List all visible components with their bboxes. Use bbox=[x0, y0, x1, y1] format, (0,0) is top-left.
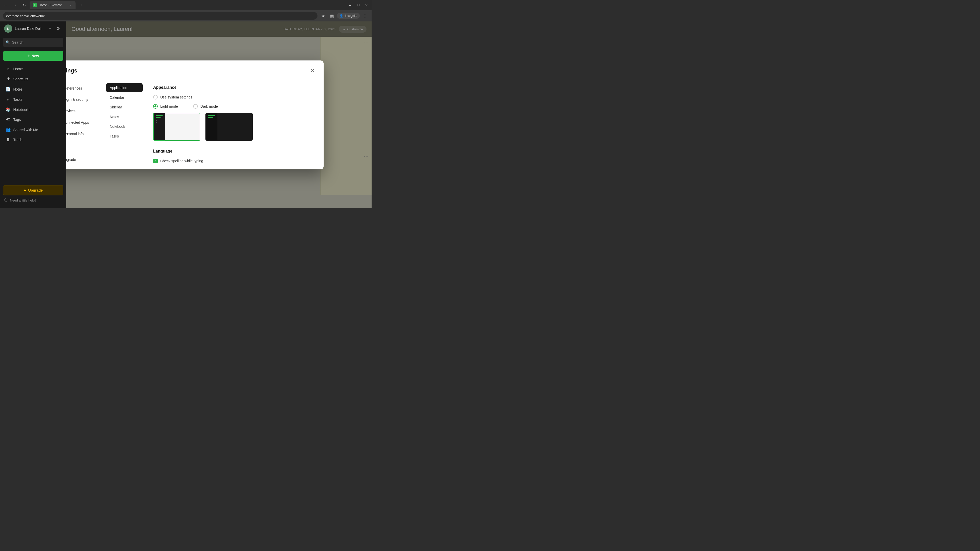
user-name: Lauren Dale Deli bbox=[15, 27, 46, 30]
url-text: evernote.com/client/web#/ bbox=[6, 14, 314, 18]
settings-nav-preferences[interactable]: ⛭ Preferences bbox=[66, 83, 101, 94]
trash-icon: 🗑 bbox=[6, 138, 11, 142]
appearance-section: Appearance Use system settings bbox=[153, 85, 315, 141]
sidebar-item-notebooks[interactable]: 📚 Notebooks bbox=[2, 105, 65, 114]
avatar: L bbox=[4, 24, 12, 33]
sidebar-item-notebooks-label: Notebooks bbox=[13, 108, 30, 112]
sidebar-item-trash[interactable]: 🗑 Trash bbox=[2, 135, 65, 144]
light-mode-label: Light mode bbox=[160, 104, 178, 108]
subnav-application[interactable]: Application bbox=[106, 83, 143, 92]
help-link[interactable]: ⓘ Need a little help? bbox=[3, 195, 63, 205]
incognito-icon: 👤 bbox=[339, 14, 343, 17]
new-button[interactable]: + New bbox=[3, 51, 63, 61]
settings-nav-connected[interactable]: ⊞ Connected Apps bbox=[66, 118, 101, 128]
modal-close-button[interactable]: ✕ bbox=[308, 67, 317, 75]
search-bar[interactable]: 🔍 Search bbox=[3, 38, 63, 47]
dark-mode-preview[interactable] bbox=[205, 113, 253, 141]
settings-nav-login[interactable]: 🔒 Login & security bbox=[66, 94, 101, 105]
preview-sidebar-dot2 bbox=[156, 122, 157, 123]
subnav-tasks[interactable]: Tasks bbox=[106, 132, 143, 141]
theme-previews bbox=[153, 113, 315, 141]
tab-title: Home - Evernote bbox=[39, 3, 66, 7]
preview-light-sidebar bbox=[154, 113, 165, 140]
sidebar-item-tasks-label: Tasks bbox=[13, 97, 22, 102]
sidebar-item-trash-label: Trash bbox=[13, 138, 22, 142]
reload-button[interactable]: ↻ bbox=[21, 2, 27, 9]
close-window-button[interactable]: ✕ bbox=[363, 2, 369, 8]
incognito-badge[interactable]: 👤 Incognito bbox=[337, 13, 360, 19]
back-button[interactable]: ← bbox=[2, 2, 9, 9]
settings-nav-personal[interactable]: 👤 Personal info bbox=[66, 129, 101, 139]
light-mode-preview[interactable] bbox=[153, 113, 200, 141]
shared-icon: 👥 bbox=[6, 127, 11, 132]
preview-dark-sidebar bbox=[206, 113, 218, 140]
shortcuts-icon: ✚ bbox=[6, 76, 11, 81]
home-icon: ⌂ bbox=[6, 67, 11, 71]
main-content: Good afternoon, Lauren! SATURDAY, FEBRUA… bbox=[66, 21, 372, 208]
sidebar-footer: ● Upgrade ⓘ Need a little help? bbox=[0, 182, 66, 208]
spell-check-option[interactable]: ✓ Check spelling while typing bbox=[153, 159, 315, 163]
upgrade-button-sidebar[interactable]: ● Upgrade bbox=[3, 185, 63, 195]
settings-nav-connected-label: Connected Apps bbox=[66, 121, 89, 124]
subnav-sidebar[interactable]: Sidebar bbox=[106, 103, 143, 112]
appearance-title: Appearance bbox=[153, 85, 315, 90]
sidebar-item-shortcuts[interactable]: ✚ Shortcuts bbox=[2, 74, 65, 84]
subnav-calendar[interactable]: Calendar bbox=[106, 93, 143, 102]
use-system-radio[interactable] bbox=[153, 95, 158, 100]
tab-favicon: E bbox=[33, 3, 37, 7]
settings-button[interactable]: ⚙ bbox=[54, 24, 62, 33]
modal-body: ⛭ Preferences 🔒 Login & security 💻 Devic… bbox=[66, 79, 324, 169]
new-button-label: New bbox=[32, 54, 39, 58]
sidebar-item-tags[interactable]: 🏷 Tags bbox=[2, 115, 65, 124]
toolbar-actions: ★ ▦ 👤 Incognito ⋮ bbox=[320, 12, 369, 19]
spell-check-checkbox[interactable]: ✓ bbox=[153, 159, 158, 163]
address-bar[interactable]: evernote.com/client/web#/ bbox=[3, 12, 318, 20]
language-section: Language ✓ Check spelling while typing bbox=[153, 149, 315, 163]
subnav-notebook[interactable]: Notebook bbox=[106, 122, 143, 131]
settings-upgrade-link[interactable]: $ Upgrade bbox=[66, 157, 97, 162]
incognito-label: Incognito bbox=[345, 14, 357, 17]
light-mode-option[interactable]: Light mode bbox=[153, 104, 178, 109]
user-chevron-icon[interactable]: ▼ bbox=[48, 27, 52, 30]
split-view-icon[interactable]: ▦ bbox=[328, 12, 335, 19]
browser-tab[interactable]: E Home - Evernote ✕ bbox=[30, 1, 76, 9]
settings-nav: ⛭ Preferences 🔒 Login & security 💻 Devic… bbox=[66, 79, 104, 169]
browser-toolbar: evernote.com/client/web#/ ★ ▦ 👤 Incognit… bbox=[0, 10, 372, 21]
light-mode-radio[interactable] bbox=[153, 104, 158, 109]
search-placeholder-text: Search bbox=[12, 40, 23, 44]
sidebar-item-notes-label: Notes bbox=[13, 87, 23, 91]
sidebar-item-tasks[interactable]: ✓ Tasks bbox=[2, 94, 65, 104]
upgrade-button-sidebar-label: Upgrade bbox=[28, 188, 43, 192]
window-controls: – □ ✕ bbox=[347, 2, 369, 8]
dark-mode-radio[interactable] bbox=[193, 104, 198, 109]
sidebar-item-shared[interactable]: 👥 Shared with Me bbox=[2, 125, 65, 135]
use-system-option[interactable]: Use system settings bbox=[153, 95, 315, 100]
menu-icon[interactable]: ⋮ bbox=[361, 12, 369, 19]
settings-upgrade-label: Upgrade bbox=[66, 158, 76, 162]
minimize-button[interactable]: – bbox=[347, 2, 353, 8]
bookmark-icon[interactable]: ★ bbox=[320, 12, 327, 19]
forward-button[interactable]: → bbox=[11, 2, 18, 9]
dark-mode-preview-wrapper bbox=[205, 113, 253, 141]
light-mode-radio-dot bbox=[154, 105, 156, 107]
dark-mode-option[interactable]: Dark mode bbox=[193, 104, 218, 109]
preview-dark-bar1 bbox=[208, 115, 215, 116]
sidebar-item-home[interactable]: ⌂ Home bbox=[2, 64, 65, 74]
sidebar-item-shared-label: Shared with Me bbox=[13, 128, 38, 132]
settings-nav-devices-label: Devices bbox=[66, 109, 76, 113]
light-mode-preview-wrapper bbox=[153, 113, 200, 141]
sidebar-item-notes[interactable]: 📄 Notes bbox=[2, 84, 65, 94]
maximize-button[interactable]: □ bbox=[355, 2, 361, 8]
preview-dark-main bbox=[218, 113, 252, 140]
preview-sidebar-bar2 bbox=[156, 118, 161, 118]
subnav-notes[interactable]: Notes bbox=[106, 112, 143, 121]
appearance-radio-group: Use system settings Light mode bbox=[153, 95, 315, 109]
settings-content: Appearance Use system settings bbox=[145, 79, 324, 169]
settings-nav-devices[interactable]: 💻 Devices bbox=[66, 106, 101, 116]
tab-close-button[interactable]: ✕ bbox=[68, 3, 73, 7]
settings-subnav: Application Calendar Sidebar Notes Noteb… bbox=[104, 79, 145, 169]
modal-overlay[interactable]: Settings ✕ ⛭ Preferences 🔒 Login & secur… bbox=[66, 21, 372, 208]
app-area: L Lauren Dale Deli ▼ ⚙ 🔍 Search + New ⌂ … bbox=[0, 21, 372, 208]
preview-sidebar-bar1 bbox=[156, 115, 163, 116]
new-tab-button[interactable]: + bbox=[78, 2, 85, 9]
